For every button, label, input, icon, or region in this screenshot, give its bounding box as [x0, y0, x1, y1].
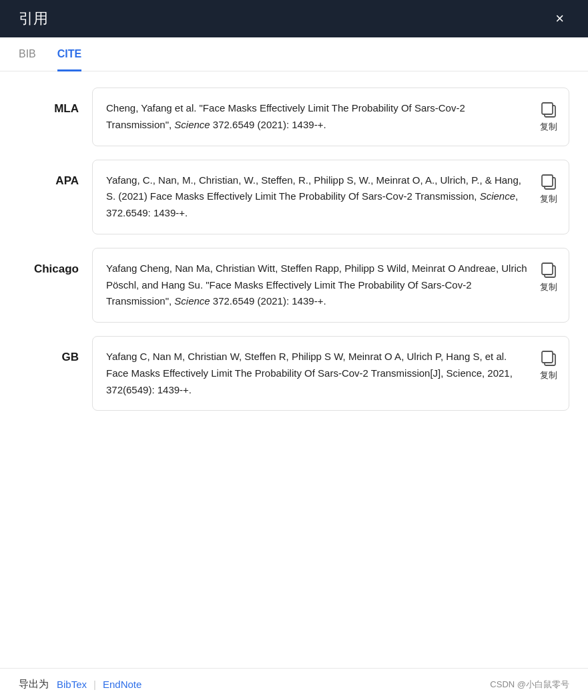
footer: 导出为 BibTex | EndNote CSDN @小白鼠零号 — [0, 668, 588, 700]
citation-content: MLA Cheng, Yafang et al. "Face Masks Eff… — [0, 71, 588, 668]
svg-rect-6 — [542, 263, 553, 275]
apa-row: APA Yafang, C., Nan, M., Christian, W., … — [19, 160, 569, 234]
apa-box: Yafang, C., Nan, M., Christian, W., Stef… — [92, 160, 569, 234]
svg-rect-1 — [542, 103, 553, 114]
chicago-text: Yafang Cheng, Nan Ma, Christian Witt, St… — [106, 260, 531, 310]
bibtex-link[interactable]: BibTex — [57, 679, 87, 690]
chicago-copy-label: 复制 — [540, 281, 557, 293]
export-divider: | — [93, 679, 96, 690]
apa-copy-label: 复制 — [540, 193, 557, 205]
copy-icon — [539, 260, 558, 279]
close-button[interactable]: × — [550, 9, 569, 29]
apa-label: APA — [19, 160, 92, 188]
brand-label: CSDN @小白鼠零号 — [490, 679, 569, 691]
gb-copy-button[interactable]: 复制 — [539, 349, 558, 381]
gb-text: Yafang C, Nan M, Christian W, Steffen R,… — [106, 349, 531, 398]
dialog-title: 引用 — [19, 9, 48, 29]
chicago-box: Yafang Cheng, Nan Ma, Christian Witt, St… — [92, 248, 569, 323]
svg-rect-8 — [542, 351, 553, 363]
copy-icon — [539, 172, 558, 191]
mla-text: Cheng, Yafang et al. "Face Masks Effecti… — [106, 100, 531, 134]
tab-cite[interactable]: CITE — [57, 37, 81, 71]
tab-bib[interactable]: BIB — [19, 37, 36, 71]
dialog-header: 引用 × — [0, 0, 588, 37]
tab-bar: BIB CITE — [0, 37, 588, 71]
export-label: 导出为 — [19, 678, 49, 691]
endnote-link[interactable]: EndNote — [103, 679, 141, 690]
chicago-label: Chicago — [19, 248, 92, 276]
chicago-copy-button[interactable]: 复制 — [539, 260, 558, 293]
apa-copy-button[interactable]: 复制 — [539, 172, 558, 205]
mla-copy-label: 复制 — [540, 121, 557, 133]
gb-row: GB Yafang C, Nan M, Christian W, Steffen… — [19, 336, 569, 411]
chicago-row: Chicago Yafang Cheng, Nan Ma, Christian … — [19, 248, 569, 323]
gb-box: Yafang C, Nan M, Christian W, Steffen R,… — [92, 336, 569, 411]
mla-box: Cheng, Yafang et al. "Face Masks Effecti… — [92, 88, 569, 146]
export-area: 导出为 BibTex | EndNote — [19, 678, 141, 691]
mla-copy-button[interactable]: 复制 — [539, 100, 558, 133]
svg-rect-4 — [542, 175, 553, 186]
gb-label: GB — [19, 336, 92, 364]
apa-text: Yafang, C., Nan, M., Christian, W., Stef… — [106, 172, 531, 222]
mla-row: MLA Cheng, Yafang et al. "Face Masks Eff… — [19, 88, 569, 146]
gb-copy-label: 复制 — [540, 369, 557, 381]
mla-label: MLA — [19, 88, 92, 116]
copy-icon — [539, 349, 558, 367]
copy-icon — [539, 100, 558, 119]
